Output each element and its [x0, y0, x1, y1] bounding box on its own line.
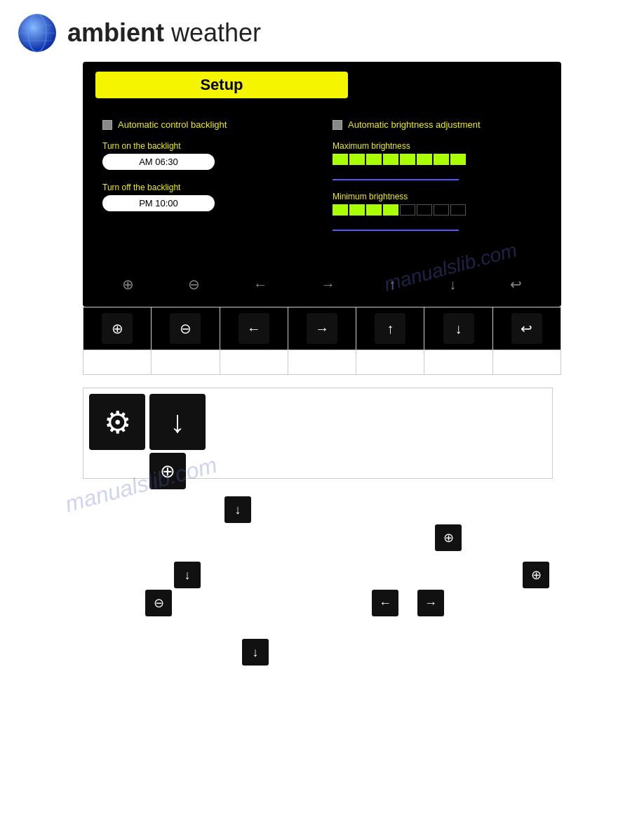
bar-seg-5	[400, 154, 415, 165]
auto-backlight-check-box[interactable]	[102, 120, 112, 130]
screen-arrow-left-icon[interactable]: ←	[253, 277, 267, 293]
min-bar-seg-7	[434, 204, 449, 216]
strip-right-btn[interactable]: →	[307, 313, 337, 344]
bar-seg-4	[383, 154, 398, 165]
scattered-down-btn-2[interactable]: ↓	[174, 562, 201, 588]
screen-content: Automatic control backlight Turn on the …	[95, 119, 549, 242]
strip-zoom-in-btn[interactable]: ⊕	[102, 313, 133, 344]
max-brightness-label: Maximum brightness	[333, 141, 542, 151]
auto-backlight-label: Automatic control backlight	[118, 119, 227, 130]
min-bar-seg-2	[349, 204, 365, 216]
strip-row2-cell-6	[424, 350, 492, 374]
screen-zoom-out-icon[interactable]: ⊖	[188, 276, 200, 293]
bar-seg-6	[417, 154, 432, 165]
scattered-zoom-btn-1[interactable]: ⊕	[435, 524, 462, 551]
backlight-off-value[interactable]: PM 10:00	[102, 195, 215, 211]
strip-right-cell[interactable]: →	[288, 307, 356, 350]
screen-zoom-in-icon[interactable]: ⊕	[122, 276, 134, 293]
zoom-in-button-medium[interactable]: ⊕	[149, 453, 186, 489]
min-bar-seg-5	[400, 204, 415, 216]
strip-row2-cell-7	[493, 350, 561, 374]
strip-row2-cell-4	[288, 350, 356, 374]
min-bar-seg-4	[383, 204, 398, 216]
bar-seg-3	[366, 154, 382, 165]
strip-row2-cell-3	[220, 350, 288, 374]
strip-up-cell[interactable]: ↑	[356, 307, 424, 350]
strip-zoom-out-cell[interactable]: ⊖	[152, 307, 220, 350]
auto-backlight-checkbox[interactable]: Automatic control backlight	[102, 119, 311, 130]
strip-back-cell[interactable]: ↩	[493, 307, 561, 350]
screen-right: Automatic brightness adjustment Maximum …	[333, 119, 542, 242]
bar-seg-1	[333, 154, 348, 165]
bottom-section: ⚙ ↓ ⊕ manualslib.com ↓ ⊕ ↓ ⊕ ⊖ ← → ↓	[0, 388, 644, 682]
auto-brightness-checkbox[interactable]: Automatic brightness adjustment	[333, 119, 542, 130]
scattered-zoom-out-btn[interactable]: ⊖	[145, 590, 172, 616]
screen-left: Automatic control backlight Turn on the …	[102, 119, 311, 242]
screen-nav: ⊕ ⊖ ← → ↑ ↓ ↩	[95, 270, 549, 294]
header: ambient weather	[0, 0, 644, 62]
large-icon-panel: ⚙ ↓ ⊕	[83, 388, 553, 479]
device-screen: Setup Automatic control backlight Turn o…	[83, 62, 561, 307]
gear-button[interactable]: ⚙	[89, 394, 145, 450]
scattered-left-btn[interactable]: ←	[372, 590, 398, 616]
min-bar-seg-6	[417, 204, 432, 216]
bar-seg-2	[349, 154, 365, 165]
scattered-down-btn-3[interactable]: ↓	[242, 639, 269, 666]
min-brightness-label: Minimum brightness	[333, 192, 542, 201]
backlight-on-label: Turn on the backlight	[102, 141, 311, 151]
scattered-zoom-btn-2[interactable]: ⊕	[523, 562, 549, 588]
screen-arrow-right-icon[interactable]: →	[321, 277, 335, 293]
brand-name: ambient weather	[67, 18, 261, 48]
strip-zoom-out-btn[interactable]: ⊖	[170, 313, 201, 344]
bar-seg-8	[450, 154, 466, 165]
min-bar-seg-3	[366, 204, 382, 216]
icon-strip-row2	[83, 350, 561, 375]
strip-row2-cell-2	[152, 350, 220, 374]
icon-strip-row1: ⊕ ⊖ ← → ↑ ↓ ↩	[83, 307, 561, 350]
strip-row2-cell-1	[83, 350, 152, 374]
auto-brightness-label: Automatic brightness adjustment	[348, 119, 481, 130]
min-bar-seg-1	[333, 204, 348, 216]
auto-brightness-check-box[interactable]	[333, 120, 342, 130]
down-button-large[interactable]: ↓	[149, 394, 206, 450]
strip-down-btn[interactable]: ↓	[443, 313, 474, 344]
screen-arrow-down-icon[interactable]: ↓	[449, 277, 456, 293]
min-brightness-underline	[333, 230, 459, 231]
min-bar-seg-8	[450, 204, 466, 216]
bar-seg-7	[434, 154, 449, 165]
max-brightness-bar	[333, 154, 542, 165]
strip-left-btn[interactable]: ←	[239, 313, 269, 344]
backlight-off-label: Turn off the backlight	[102, 183, 311, 192]
screen-back-icon[interactable]: ↩	[510, 276, 522, 293]
screen-arrow-up-icon[interactable]: ↑	[389, 277, 396, 293]
scattered-down-btn-1[interactable]: ↓	[224, 496, 251, 523]
setup-banner: Setup	[95, 72, 348, 98]
strip-up-btn[interactable]: ↑	[375, 313, 405, 344]
max-brightness-underline	[333, 179, 459, 180]
strip-back-btn[interactable]: ↩	[511, 313, 542, 344]
strip-left-cell[interactable]: ←	[220, 307, 288, 350]
logo-globe-icon	[17, 13, 58, 53]
strip-row2-cell-5	[356, 350, 424, 374]
strip-down-cell[interactable]: ↓	[424, 307, 492, 350]
min-brightness-bar	[333, 204, 542, 216]
strip-zoom-in-cell[interactable]: ⊕	[83, 307, 152, 350]
backlight-on-value[interactable]: AM 06:30	[102, 154, 215, 170]
scattered-right-btn[interactable]: →	[417, 590, 444, 616]
